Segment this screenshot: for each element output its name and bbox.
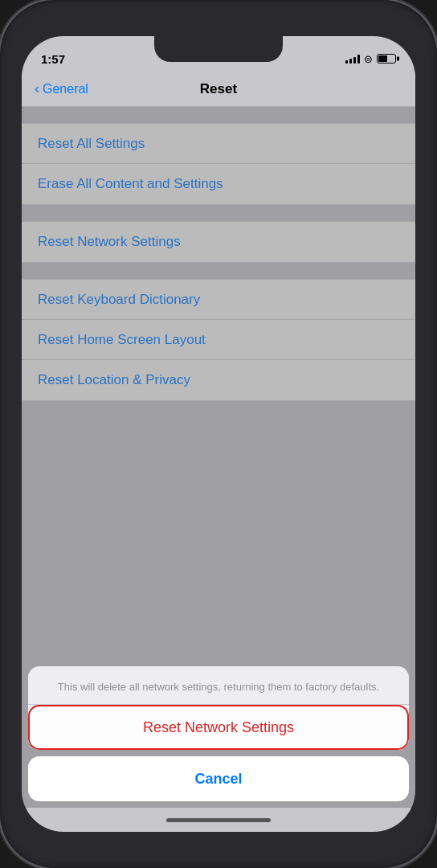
home-indicator [22, 808, 415, 832]
confirm-reset-button[interactable]: Reset Network Settings [28, 705, 409, 750]
action-sheet: This will delete all network settings, r… [22, 666, 415, 809]
notch [154, 36, 283, 62]
cancel-button[interactable]: Cancel [28, 756, 409, 801]
phone-frame: 1:57 ⊜ ‹ General Reset [0, 0, 437, 868]
back-label: General [43, 82, 88, 96]
status-icons: ⊜ [345, 53, 396, 65]
cancel-label: Cancel [194, 771, 242, 788]
signal-icon [345, 54, 360, 63]
battery-icon [377, 54, 396, 63]
action-sheet-message: This will delete all network settings, r… [28, 666, 409, 705]
confirm-reset-label: Reset Network Settings [143, 719, 294, 736]
home-bar [166, 818, 271, 822]
navigation-bar: ‹ General Reset [22, 72, 415, 107]
page-title: Reset [200, 81, 237, 97]
main-content: Reset All Settings Erase All Content and… [22, 107, 415, 808]
chevron-left-icon: ‹ [35, 80, 39, 97]
status-time: 1:57 [41, 52, 65, 66]
wifi-icon: ⊜ [364, 53, 373, 65]
back-button[interactable]: ‹ General [35, 81, 88, 97]
action-sheet-card: This will delete all network settings, r… [28, 666, 409, 751]
phone-screen: 1:57 ⊜ ‹ General Reset [22, 36, 415, 832]
